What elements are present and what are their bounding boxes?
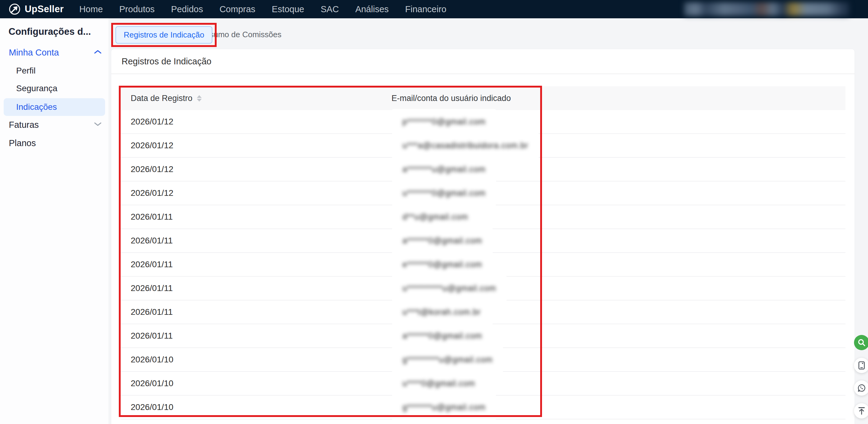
whatsapp-icon [857, 384, 866, 392]
sidebar-item-indicacoes[interactable]: Indicações [0, 98, 108, 116]
rocket-logo-icon [8, 3, 21, 15]
cell-referred-email: a*******u@gmail.com [392, 158, 845, 181]
cell-referred-email: e******0@gmail.com [392, 253, 845, 276]
cell-registration-date: 2026/01/11 [121, 236, 392, 246]
blurred-email-text: a*******u@gmail.com [402, 165, 486, 174]
blurred-email-text: g*******u@gmail.com [402, 403, 486, 412]
table-row[interactable]: 2026/01/11 a******0@gmail.com [121, 324, 845, 348]
table-row[interactable]: 2026/01/11 e******0@gmail.com [121, 253, 845, 277]
whatsapp-button[interactable] [854, 380, 868, 396]
cell-referred-email: u***a@casadistribuidora.com.br [392, 134, 845, 157]
tab-registros-de-indicacao[interactable]: Registros de Indicação [116, 26, 212, 44]
blurred-email-text: d**u@gmail.com [402, 212, 468, 222]
nav-item-produtos[interactable]: Produtos [111, 0, 163, 18]
panel-title: Registros de Indicação [122, 56, 211, 66]
cell-referred-email: g*******u@gmail.com [392, 396, 845, 419]
table-row[interactable]: 2026/01/11 a******0@gmail.com [121, 229, 845, 253]
blurred-email-patch: u*******0@gmail.com [392, 180, 497, 206]
cell-referred-email: a******0@gmail.com [392, 324, 845, 347]
blurred-email-text: e******0@gmail.com [402, 260, 482, 269]
mobile-app-button[interactable] [854, 358, 868, 373]
table-row[interactable]: 2026/01/11 d**u@gmail.com [121, 205, 845, 229]
blurred-email-text: u**********u@gmail.com [402, 284, 496, 293]
table-row[interactable]: 2026/01/11 u***t@korah.com.br [121, 301, 845, 324]
table-row[interactable]: 2026/01/10 g*******u@gmail.com [121, 396, 845, 419]
cell-registration-date: 2026/01/12 [121, 188, 392, 198]
blurred-email-patch: d**u@gmail.com [392, 204, 479, 230]
referral-records-panel: Registros de Indicação Data de Registro … [111, 49, 855, 424]
sidebar-item-seguranca[interactable]: Segurança [0, 80, 108, 97]
cell-registration-date: 2026/01/11 [121, 212, 392, 222]
cell-registration-date: 2026/01/11 [121, 307, 392, 317]
search-fab-button[interactable] [854, 335, 868, 350]
table-row[interactable]: 2026/01/12 p*******0@gmail.com [121, 110, 845, 134]
blurred-email-text: u***t@korah.com.br [402, 308, 481, 317]
nav-item-sac[interactable]: SAC [313, 0, 347, 18]
cell-registration-date: 2026/01/12 [121, 164, 392, 174]
table-row[interactable]: 2026/01/10 u****0@gmail.com [121, 372, 845, 396]
sidebar-item-planos[interactable]: Planos [0, 135, 108, 151]
sidebar-item-perfil[interactable]: Perfil [0, 62, 108, 79]
sort-icon[interactable] [197, 95, 202, 102]
table-row[interactable]: 2026/01/12 a*******u@gmail.com [121, 158, 845, 181]
blurred-email-patch: u***t@korah.com.br [392, 300, 492, 325]
blurred-email-text: a******0@gmail.com [402, 236, 482, 245]
blurred-email-patch: a*******u@gmail.com [392, 157, 497, 182]
table-body: 2026/01/12 p*******0@gmail.com 2026/01/1… [121, 110, 845, 419]
redacted-user-info [684, 2, 849, 16]
blurred-email-text: u*******0@gmail.com [402, 189, 486, 198]
nav-item-home[interactable]: Home [71, 0, 111, 18]
blurred-email-text: p*******0@gmail.com [402, 117, 486, 126]
settings-sidebar: Configurações d... Minha Conta Perfil Se… [0, 18, 108, 424]
cell-referred-email: g*********u@gmail.com [392, 348, 845, 371]
column-header-label: E-mail/conta do usuário indicado [392, 94, 511, 103]
blurred-email-text: u****0@gmail.com [402, 379, 475, 388]
column-header-date[interactable]: Data de Registro [121, 94, 392, 103]
sidebar-item-label: Perfil [16, 66, 36, 76]
arrow-up-to-top-icon [858, 406, 866, 415]
cell-registration-date: 2026/01/11 [121, 283, 392, 293]
blurred-email-patch: e******0@gmail.com [392, 252, 493, 277]
logo-text: UpSeller [25, 4, 64, 15]
nav-item-analises[interactable]: Análises [347, 0, 397, 18]
cell-referred-email: a******0@gmail.com [392, 229, 845, 252]
cell-registration-date: 2026/01/12 [121, 117, 392, 126]
main-menu: HomeProdutosPedidosComprasEstoqueSACAnál… [71, 0, 455, 18]
cell-referred-email: u****0@gmail.com [392, 372, 845, 395]
nav-item-pedidos[interactable]: Pedidos [163, 0, 211, 18]
sidebar-item-faturas[interactable]: Faturas [0, 116, 108, 133]
panel-header: Registros de Indicação [111, 49, 855, 74]
sidebar-item-label: Planos [9, 138, 36, 148]
sidebar-item-label: Minha Conta [9, 48, 59, 58]
cell-referred-email: p*******0@gmail.com [392, 110, 845, 133]
sidebar-title: Configurações d... [8, 26, 91, 37]
cell-referred-email: u***t@korah.com.br [392, 301, 845, 323]
blurred-email-patch: a******0@gmail.com [392, 228, 493, 253]
column-header-email: E-mail/conta do usuário indicado [392, 94, 845, 103]
scroll-to-top-button[interactable] [854, 403, 868, 419]
annotation-box-active-tab: Registros de Indicação [111, 23, 217, 47]
table-row[interactable]: 2026/01/12 u***a@casadistribuidora.com.b… [121, 134, 845, 158]
table-row[interactable]: 2026/01/10 g*********u@gmail.com [121, 348, 845, 372]
cell-referred-email: u*******0@gmail.com [392, 181, 845, 205]
cell-registration-date: 2026/01/12 [121, 141, 392, 150]
referrals-table: Data de Registro E-mail/conta do usuário… [121, 86, 845, 419]
smartphone-icon [858, 361, 865, 370]
table-row[interactable]: 2026/01/12 u*******0@gmail.com [121, 181, 845, 205]
blurred-email-text: u***a@casadistribuidora.com.br [402, 141, 528, 150]
upseller-logo[interactable]: UpSeller [8, 3, 64, 15]
nav-item-compras[interactable]: Compras [211, 0, 264, 18]
table-header-row: Data de Registro E-mail/conta do usuário… [121, 86, 845, 110]
sidebar-item-minha-conta[interactable]: Minha Conta [0, 44, 108, 61]
cell-referred-email: d**u@gmail.com [392, 205, 845, 228]
top-navigation-bar: UpSeller HomeProdutosPedidosComprasEstoq… [0, 0, 868, 18]
sidebar-item-label: Segurança [16, 84, 57, 93]
cell-registration-date: 2026/01/11 [121, 260, 392, 270]
column-header-label: Data de Registro [131, 94, 192, 103]
blurred-email-text: a******0@gmail.com [402, 331, 482, 340]
table-row[interactable]: 2026/01/11 u**********u@gmail.com [121, 277, 845, 301]
nav-item-financeiro[interactable]: Financeiro [397, 0, 455, 18]
blurred-email-text: g*********u@gmail.com [402, 355, 493, 364]
cell-registration-date: 2026/01/10 [121, 402, 392, 412]
nav-item-estoque[interactable]: Estoque [264, 0, 312, 18]
